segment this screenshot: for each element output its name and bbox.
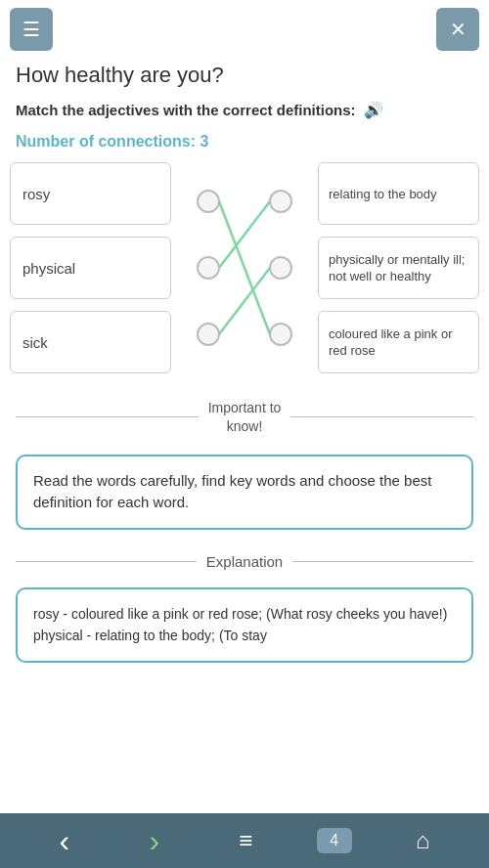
explanation-section: Explanation <box>0 545 489 578</box>
bottom-nav: ‹ › ≡ 4 ⌂ <box>0 813 489 868</box>
top-bar: ☰ ✕ <box>0 0 489 59</box>
explanation-line-2: physical - relating to the body; (To sta… <box>33 625 456 646</box>
connector-svg <box>171 160 318 375</box>
close-button[interactable]: ✕ <box>436 8 479 51</box>
page-title: How healthy are you? <box>0 59 489 100</box>
matching-area: rosy physical sick <box>0 160 489 375</box>
home-icon: ⌂ <box>416 827 430 854</box>
back-button[interactable]: ‹ <box>44 819 86 863</box>
menu-button[interactable]: ☰ <box>10 8 53 51</box>
instructions: Match the adjectives with the correct de… <box>0 100 489 133</box>
back-icon: ‹ <box>60 823 70 859</box>
connections-count: Number of connections: 3 <box>0 133 489 160</box>
nav-menu-icon: ≡ <box>239 827 252 854</box>
left-words: rosy physical sick <box>10 162 171 373</box>
divider-right <box>290 416 473 418</box>
word-rosy[interactable]: rosy <box>10 162 171 225</box>
explanation-label: Explanation <box>206 553 283 570</box>
forward-icon: › <box>150 823 160 859</box>
close-icon: ✕ <box>450 18 467 41</box>
word-sick[interactable]: sick <box>10 311 171 373</box>
right-circle-3[interactable] <box>270 324 291 345</box>
instructions-text: Match the adjectives with the correct de… <box>16 102 356 118</box>
def-coloured[interactable]: coloured like a pink or red rose <box>318 311 479 373</box>
connector-line-3 <box>219 268 270 334</box>
explanation-divider-left <box>16 561 197 563</box>
home-button[interactable]: ⌂ <box>400 823 446 858</box>
explanation-line-1: rosy - coloured like a pink or red rose;… <box>33 603 456 625</box>
connector-line-2 <box>219 201 270 268</box>
right-defs: relating to the body physically or menta… <box>318 162 479 373</box>
connector-area <box>171 160 318 375</box>
important-section: Important toknow! <box>0 391 489 442</box>
menu-icon: ☰ <box>22 18 40 41</box>
nav-counter: 4 <box>317 828 352 853</box>
def-ill[interactable]: physically or mentally ill; not well or … <box>318 237 479 299</box>
speaker-icon[interactable]: 🔊 <box>364 100 383 121</box>
left-circle-1[interactable] <box>198 191 219 212</box>
forward-button[interactable]: › <box>134 819 176 863</box>
explanation-divider-right <box>292 561 473 563</box>
divider-left <box>16 416 199 418</box>
info-box: Read the words carefully, find key words… <box>16 455 473 530</box>
def-relating[interactable]: relating to the body <box>318 162 479 225</box>
word-physical[interactable]: physical <box>10 237 171 299</box>
left-circle-3[interactable] <box>198 324 219 345</box>
info-text: Read the words carefully, find key words… <box>33 472 431 511</box>
connector-line-1 <box>219 201 270 334</box>
left-circle-2[interactable] <box>198 257 219 279</box>
right-circle-2[interactable] <box>270 257 291 279</box>
important-label: Important toknow! <box>208 399 282 434</box>
explanation-box: rosy - coloured like a pink or red rose;… <box>16 587 473 663</box>
right-circle-1[interactable] <box>270 191 291 212</box>
nav-menu-button[interactable]: ≡ <box>223 823 268 858</box>
